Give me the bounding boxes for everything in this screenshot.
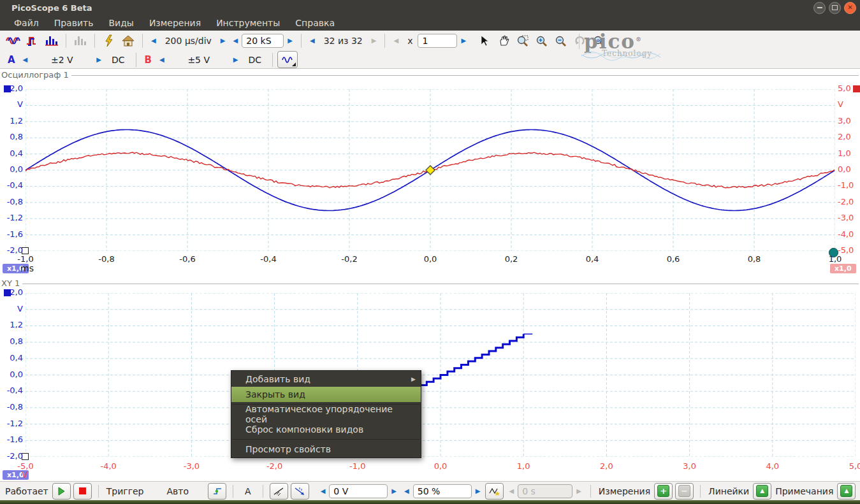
buffer-prev-button[interactable]: ◀ [306,38,319,44]
axis-tick: 0,8 [736,255,772,264]
trigger-source-select[interactable]: A [238,486,258,496]
delay-decrease[interactable]: ◀ [505,488,518,494]
channel-b-range[interactable]: ±5 V [168,55,230,65]
channel-a-coupling[interactable]: DC [105,55,131,65]
pretrigger-increase[interactable]: ▶ [472,488,485,494]
context-menu-item-3[interactable]: Автоматическое упорядочение осей [231,407,421,422]
axis-tick: -0,4 [0,386,23,395]
samples-increase-button[interactable]: ▶ [284,38,296,44]
axis-tick: 5,0 [838,462,860,471]
pretrigger-decrease[interactable]: ◀ [400,488,413,494]
axis-tick: -0,4 [251,255,286,264]
zoom-in-button[interactable] [534,33,550,48]
advanced-trigger-icon [489,486,500,496]
menu-item-1[interactable]: Править [47,17,101,29]
window-zoom-button[interactable] [514,33,531,48]
advanced-trigger-button[interactable] [485,483,504,500]
submenu-arrow-icon: ▶ [411,376,416,382]
axis-tick: 1,2 [0,117,23,126]
pretrigger-input[interactable] [413,484,472,498]
trigger-level-increase[interactable]: ▶ [388,488,400,494]
delay-increase[interactable]: ▶ [572,488,585,494]
zoom-decrease-button[interactable]: ◀ [390,38,402,44]
trigger-marker-button[interactable] [208,483,226,500]
axis-tick: -1,2 [0,419,23,428]
channel-b-range-decrease[interactable]: ◀ [156,57,168,63]
context-menu-item-label: Автоматическое упорядочение осей [245,404,416,424]
notes-button[interactable]: ▲ [837,483,856,500]
rulers-button[interactable]: ▲ [753,483,771,500]
title-rule [22,284,859,284]
channel-b-label[interactable]: B [141,54,156,66]
falling-edge-button[interactable] [291,483,309,500]
axis-tick: 0,0 [412,255,448,264]
rising-edge-button[interactable] [270,483,288,500]
samples-input[interactable] [242,34,284,48]
trigger-level-input[interactable] [329,484,388,498]
axis-tick: -2,0 [838,198,860,206]
zoom-multiplier-label: x [402,36,418,46]
zoom-out-button[interactable] [553,33,569,48]
start-button[interactable] [52,483,71,500]
zoom-in-icon [536,35,548,47]
stop-button[interactable] [73,483,92,500]
zoom-increase-button[interactable]: ▶ [457,38,470,44]
axis-tick: 0,4 [0,149,23,158]
pointer-tool-button[interactable] [476,33,493,48]
axis-tick: -0,6 [170,255,205,264]
statusbar-separator [263,485,263,498]
pan-tool-button[interactable] [495,33,512,48]
timebase-decrease-button[interactable]: ◀ [147,38,160,44]
scope-mode-button[interactable] [5,33,22,48]
buffer-next-button[interactable]: ▶ [368,38,381,44]
signal-generator-button[interactable] [277,51,298,68]
home-button[interactable] [120,33,136,48]
spectrum-mode-button[interactable] [43,33,60,48]
channels-toolbar: A ◀ ±2 V ▶ DC B ◀ ±5 V ▶ DC [0,51,860,69]
zoom-multiplier-input[interactable] [418,34,457,48]
axis-tick: -2,0 [0,246,23,255]
window-zoom-icon [516,35,529,47]
add-measurement-button[interactable]: + [654,483,673,500]
minimize-button[interactable] [813,2,826,14]
axis-tick: -0,8 [89,255,124,264]
scope-plot-area[interactable] [26,89,835,251]
samples-decrease-button[interactable]: ◀ [230,38,242,44]
channel-a-range[interactable]: ±2 V [31,55,92,65]
remove-measurement-button[interactable]: − [675,483,694,500]
context-menu-item-label: Сброс компоновки видов [245,424,363,435]
auto-setup-button[interactable] [101,33,117,48]
menu-item-0[interactable]: Файл [6,17,47,29]
minimize-icon [817,7,822,8]
channel-b-range-increase[interactable]: ▶ [230,57,242,63]
menu-item-4[interactable]: Инструменты [208,17,288,29]
channel-b-coupling[interactable]: DC [242,55,268,65]
trigger-mode-select[interactable]: Авто [164,486,191,496]
persistence-mode-button[interactable] [72,33,89,48]
context-menu-item-0[interactable]: Добавить вид▶ [231,371,421,387]
channel-a-range-increase[interactable]: ▶ [92,57,105,63]
trigger-level-decrease[interactable]: ◀ [317,488,330,494]
xy-plot-area[interactable] [26,293,856,457]
trigger-marker-diamond[interactable] [426,166,435,175]
menu-item-3[interactable]: Измерения [142,17,208,29]
toolbar-separator [142,34,143,48]
close-button[interactable]: ✕ [844,2,856,14]
square-wave-mode-button[interactable] [24,33,41,48]
channel-a-range-decrease[interactable]: ◀ [19,57,32,63]
menu-item-2[interactable]: Виды [101,17,141,29]
context-menu-item-1[interactable]: Закрыть вид [231,387,421,402]
timebase-value[interactable]: 200 µs/div [160,36,217,46]
maximize-button[interactable] [829,2,841,14]
menu-item-5[interactable]: Справка [288,17,342,29]
channel-a-label[interactable]: A [4,54,19,66]
timebase-increase-button[interactable]: ▶ [217,38,230,44]
toolbar-separator [579,34,579,49]
home-icon [121,34,135,47]
up-arrow-icon: ▲ [840,485,852,497]
context-menu-item-6[interactable]: Просмотр свойств [231,442,421,457]
axis-tick: -0,8 [0,198,23,206]
statusbar-separator [590,485,591,498]
x-axis-unit: V [22,470,28,480]
axis-tick: 0,8 [0,337,23,346]
